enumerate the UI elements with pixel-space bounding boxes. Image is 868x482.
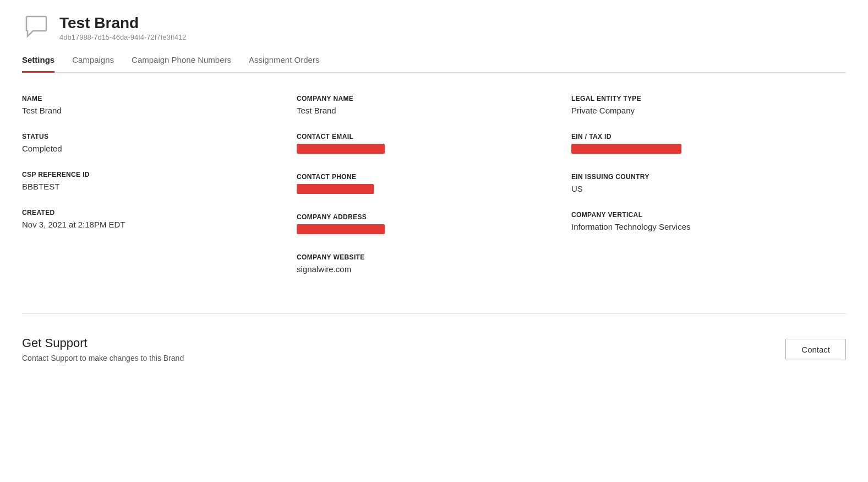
- redacted-address: [297, 224, 385, 234]
- field-name-label: NAME: [22, 95, 275, 102]
- field-company-website-value: signalwire.com: [297, 264, 549, 274]
- support-text: Get Support Contact Support to make chan…: [22, 336, 184, 362]
- chat-bubble-icon: [22, 13, 51, 42]
- field-status: STATUS Completed: [22, 133, 297, 153]
- col1: NAME Test Brand STATUS Completed CSP REF…: [22, 95, 297, 291]
- field-created: CREATED Nov 3, 2021 at 2:18PM EDT: [22, 209, 297, 229]
- field-company-vertical-label: COMPANY VERTICAL: [571, 211, 824, 219]
- field-company-vertical: COMPANY VERTICAL Information Technology …: [571, 211, 846, 231]
- col3: LEGAL ENTITY TYPE Private Company EIN / …: [571, 95, 846, 291]
- page-wrapper: Test Brand 4db17988-7d15-46da-94f4-72f7f…: [0, 0, 868, 376]
- field-ein-tax-id: EIN / TAX ID: [571, 133, 846, 155]
- field-legal-entity-label: LEGAL ENTITY TYPE: [571, 95, 824, 102]
- tab-settings[interactable]: Settings: [22, 55, 54, 73]
- tab-campaign-phone-numbers[interactable]: Campaign Phone Numbers: [132, 55, 231, 73]
- tab-campaigns[interactable]: Campaigns: [72, 55, 114, 73]
- field-contact-phone: CONTACT PHONE: [297, 173, 571, 196]
- section-divider: [22, 313, 846, 314]
- field-contact-email-label: CONTACT EMAIL: [297, 133, 549, 140]
- field-csp-ref-label: CSP REFERENCE ID: [22, 171, 275, 178]
- field-company-name-label: COMPANY NAME: [297, 95, 549, 102]
- redacted-ein: [571, 144, 681, 154]
- field-company-vertical-value: Information Technology Services: [571, 222, 824, 231]
- field-ein-tax-id-label: EIN / TAX ID: [571, 133, 824, 140]
- field-company-address-label: COMPANY ADDRESS: [297, 213, 549, 221]
- col2: COMPANY NAME Test Brand CONTACT EMAIL CO…: [297, 95, 571, 291]
- field-company-address: COMPANY ADDRESS: [297, 213, 571, 236]
- field-ein-issuing-country-value: US: [571, 184, 824, 193]
- field-ein-issuing-country-label: EIN ISSUING COUNTRY: [571, 173, 824, 181]
- field-csp-ref: CSP REFERENCE ID BBBTEST: [22, 171, 297, 191]
- field-company-address-value: [297, 224, 549, 236]
- contact-button[interactable]: Contact: [785, 339, 846, 360]
- field-ein-tax-id-value: [571, 144, 824, 155]
- brand-uuid: 4db17988-7d15-46da-94f4-72f7fe3ff412: [59, 33, 186, 41]
- field-contact-email: CONTACT EMAIL: [297, 133, 571, 155]
- field-name: NAME Test Brand: [22, 95, 297, 115]
- brand-info: Test Brand 4db17988-7d15-46da-94f4-72f7f…: [59, 14, 186, 42]
- field-legal-entity: LEGAL ENTITY TYPE Private Company: [571, 95, 846, 115]
- brand-name: Test Brand: [59, 14, 186, 33]
- field-company-website: COMPANY WEBSITE signalwire.com: [297, 253, 571, 274]
- field-legal-entity-value: Private Company: [571, 106, 824, 115]
- tab-assignment-orders[interactable]: Assignment Orders: [249, 55, 319, 73]
- field-created-label: CREATED: [22, 209, 275, 216]
- redacted-phone: [297, 184, 374, 194]
- support-heading: Get Support: [22, 336, 184, 350]
- field-status-label: STATUS: [22, 133, 275, 140]
- field-contact-phone-value: [297, 184, 549, 196]
- field-csp-ref-value: BBBTEST: [22, 182, 275, 191]
- brand-header: Test Brand 4db17988-7d15-46da-94f4-72f7f…: [22, 13, 846, 42]
- field-company-name-value: Test Brand: [297, 106, 549, 115]
- field-created-value: Nov 3, 2021 at 2:18PM EDT: [22, 220, 275, 229]
- support-section: Get Support Contact Support to make chan…: [22, 336, 846, 362]
- field-ein-issuing-country: EIN ISSUING COUNTRY US: [571, 173, 846, 193]
- settings-content: NAME Test Brand STATUS Completed CSP REF…: [22, 95, 846, 291]
- field-contact-email-value: [297, 144, 549, 155]
- field-name-value: Test Brand: [22, 106, 275, 115]
- support-description: Contact Support to make changes to this …: [22, 354, 184, 362]
- field-company-name: COMPANY NAME Test Brand: [297, 95, 571, 115]
- tabs-nav: Settings Campaigns Campaign Phone Number…: [22, 55, 846, 73]
- field-contact-phone-label: CONTACT PHONE: [297, 173, 549, 181]
- field-company-website-label: COMPANY WEBSITE: [297, 253, 549, 261]
- field-status-value: Completed: [22, 144, 275, 153]
- redacted-email: [297, 144, 385, 154]
